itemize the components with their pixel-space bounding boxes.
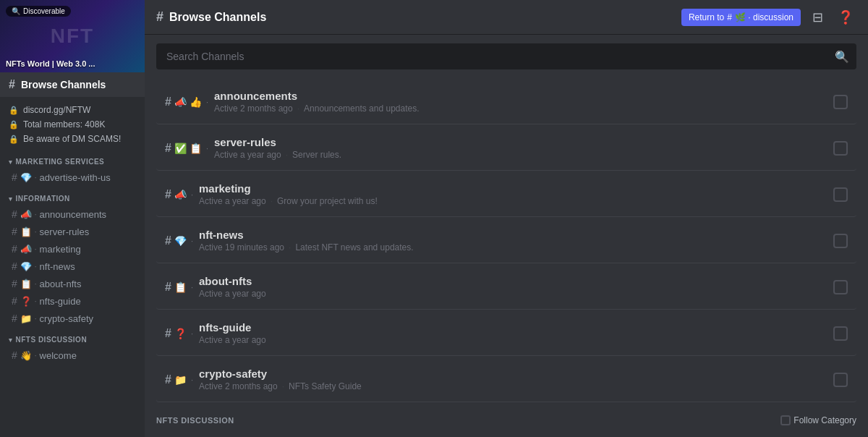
channel-info-server-rules: server-rules Active a year ago · Server … (214, 136, 833, 160)
nft-banner-text: NFT (51, 25, 94, 48)
channel-active-guide: Active a year ago (199, 335, 266, 345)
channel-active-safety: Active 2 months ago (199, 381, 278, 391)
sidebar-channel-marketing[interactable]: # 📣 · marketing (3, 241, 142, 257)
help-button[interactable]: ❓ (835, 7, 856, 28)
sidebar-category-discussion-label: NFTS DISCUSSION (16, 336, 88, 344)
channel-row-crypto-safety[interactable]: # 📁 · crypto-safety Active 2 months ago … (156, 357, 856, 402)
channel-row-nft-news[interactable]: # 💎 · nft-news Active 19 minutes ago · L… (156, 218, 856, 263)
channel-hash-safety: # (165, 373, 171, 386)
channel-row-nfts-guide[interactable]: # ❓ · nfts-guide Active a year ago (156, 311, 856, 356)
channel-desc-rules: Server rules. (292, 150, 341, 160)
channel-label-about: about-nfts (40, 279, 82, 289)
channel-desc-safety: NFTs Safety Guide (289, 381, 362, 391)
channel-emoji1-rules: ✅ (174, 143, 187, 154)
sidebar-channel-nft-news[interactable]: # 💎 · nft-news (3, 258, 142, 274)
return-label: Return to (689, 12, 724, 22)
channel-label-rules: server-rules (40, 226, 90, 237)
channel-desc-news: Latest NFT news and updates. (295, 242, 413, 253)
channel-name-announcements: announcements (214, 90, 833, 102)
channel-icons-crypto-safety: # 📁 · (165, 373, 195, 386)
channel-row-announcements[interactable]: # 📣 👍 · announcements Active 2 months ag… (156, 80, 856, 124)
chevron-icon-information: ▾ (9, 195, 13, 203)
channel-name-crypto-safety: crypto-safety (199, 368, 833, 380)
header-right: Return to # 🌿 · discussion ⊟ ❓ (681, 7, 856, 28)
display-mode-icon: ⊟ (812, 10, 823, 25)
sidebar-channel-welcome[interactable]: # 👋 · welcome (3, 347, 142, 363)
channel-label-ann: announcements (40, 209, 107, 220)
sidebar-total-members: 🔒 Total members: 408K (0, 117, 145, 132)
channel-row-server-rules[interactable]: # ✅ 📋 · server-rules Active a year ago ·… (156, 126, 856, 171)
hash-icon-mkt: # (12, 243, 17, 255)
help-icon: ❓ (838, 10, 854, 25)
channel-icons-about-nfts: # 📋 · (165, 281, 195, 294)
channel-meta-about-nfts: Active a year ago (199, 289, 833, 299)
nfts-discussion-section-label: NFTS DISCUSSION (156, 416, 234, 425)
channel-icons-nfts-guide: # ❓ · (165, 327, 195, 340)
return-hash-icon: # (727, 12, 732, 22)
channel-row-welcome[interactable]: # 👋 · welcome Active 16 seconds ago · We… (156, 433, 856, 437)
emoji-icon-advertise: 💎 (20, 172, 32, 183)
channel-checkbox-crypto-safety[interactable] (833, 373, 848, 387)
sidebar-category-information-label: INFORMATION (16, 195, 70, 203)
channel-checkbox-nfts-guide[interactable] (833, 326, 848, 341)
sidebar-category-nfts-discussion[interactable]: ▾ NFTS DISCUSSION (0, 327, 145, 347)
channel-label-mkt: marketing (40, 244, 81, 255)
channel-icons-marketing: # 📣 · (165, 188, 195, 201)
channel-meta-marketing: Active a year ago · Grow your project wi… (199, 196, 833, 206)
sidebar-channel-about-nfts[interactable]: # 📋 · about-nfts (3, 276, 142, 292)
sidebar-channel-advertise-with-us[interactable]: # 💎 · advertise-with-us (3, 169, 142, 185)
channel-row-marketing[interactable]: # 📣 · marketing Active a year ago · Grow… (156, 172, 856, 217)
channel-checkbox-announcements[interactable] (833, 95, 848, 109)
channel-emoji-mkt: 📣 (174, 189, 187, 200)
search-button[interactable]: 🔍 (835, 50, 849, 64)
emoji-icon-welcome: 👋 (20, 350, 32, 361)
sidebar-category-information[interactable]: ▾ INFORMATION (0, 186, 145, 205)
channel-icons-nft-news: # 💎 · (165, 234, 195, 247)
search-bar: 🔍 (156, 43, 856, 69)
sidebar-channel-crypto-safety[interactable]: # 📁 · crypto-safety (3, 310, 142, 326)
sidebar-category-marketing-services[interactable]: ▾ MARKETING SERVICES (0, 149, 145, 169)
sidebar-browse-channels-label: Browse Channels (21, 79, 106, 90)
chevron-icon-marketing: ▾ (9, 158, 13, 166)
channel-label-welcome: welcome (40, 350, 77, 361)
channels-list: # 📣 👍 · announcements Active 2 months ag… (145, 78, 868, 437)
sidebar-channel-server-rules[interactable]: # 📋 · server-rules (3, 224, 142, 239)
channel-hash-rules: # (165, 142, 171, 155)
channel-info-nfts-guide: nfts-guide Active a year ago (199, 321, 833, 345)
server-banner: NFT 🔍 Discoverable NFTs World | Web 3.0 … (0, 0, 145, 72)
channel-checkbox-about-nfts[interactable] (833, 280, 848, 294)
channel-name-marketing: marketing (199, 182, 833, 195)
channel-hash-guide: # (165, 327, 171, 340)
discord-link-text: discord.gg/NFTW (23, 105, 90, 115)
discoverable-icon: 🔍 (12, 7, 20, 15)
sidebar-browse-channels[interactable]: # Browse Channels (0, 72, 145, 97)
channel-active-ann: Active 2 months ago (214, 103, 293, 114)
channel-hash-news: # (165, 234, 171, 247)
hash-icon-safety: # (12, 313, 17, 324)
channel-checkbox-server-rules[interactable] (833, 141, 848, 156)
channel-icons-announcements: # 📣 👍 · (165, 96, 210, 109)
main-header: # Browse Channels Return to # 🌿 · discus… (145, 0, 868, 35)
hash-icon-news: # (12, 260, 17, 272)
search-icon: 🔍 (835, 51, 849, 63)
server-name: NFTs World | Web 3.0 ... (6, 59, 95, 68)
channel-label-guide: nfts-guide (40, 296, 81, 307)
hash-icon-advertise: # (12, 171, 17, 183)
sidebar: NFT 🔍 Discoverable NFTs World | Web 3.0 … (0, 0, 145, 437)
total-members-text: Total members: 408K (23, 119, 105, 130)
lock-icon-2: 🔒 (9, 120, 19, 130)
channel-row-about-nfts[interactable]: # 📋 · about-nfts Active a year ago (156, 265, 856, 310)
return-destination: 🌿 · discussion (735, 12, 793, 22)
return-to-button[interactable]: Return to # 🌿 · discussion (681, 9, 801, 26)
sidebar-channel-announcements[interactable]: # 📣 · announcements (3, 206, 142, 222)
follow-category-button[interactable]: Follow Category (780, 415, 856, 425)
follow-category-checkbox[interactable] (780, 415, 791, 425)
search-input[interactable] (156, 43, 856, 69)
sidebar-channel-nfts-guide[interactable]: # ❓ · nfts-guide (3, 293, 142, 309)
lock-icon-3: 🔒 (9, 135, 19, 144)
channel-checkbox-marketing[interactable] (833, 187, 848, 202)
channel-checkbox-nft-news[interactable] (833, 234, 848, 248)
discoverable-badge: 🔍 Discoverable (6, 6, 71, 17)
display-mode-button[interactable]: ⊟ (809, 7, 826, 28)
channel-meta-announcements: Active 2 months ago · Announcements and … (214, 103, 833, 114)
